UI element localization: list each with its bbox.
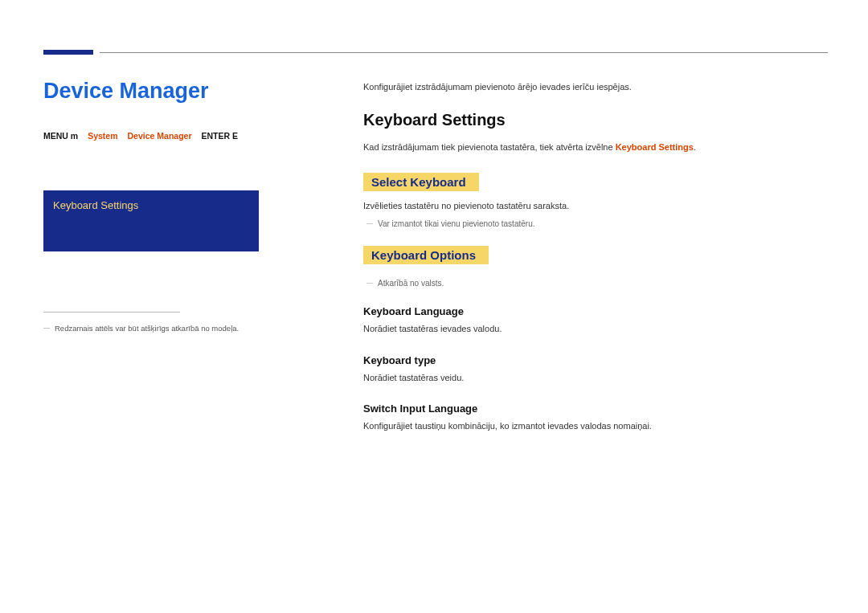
breadcrumb-device-manager: Device Manager [128, 131, 192, 141]
keyboard-language-desc: Norādiet tastatēras ievades valodu. [363, 322, 828, 337]
settings-desc-highlight: Keyboard Settings [616, 142, 694, 152]
intro-text: Konfigurājiet izstrādājumam pievienoto ā… [363, 82, 828, 92]
breadcrumb-menu: MENU m [43, 131, 78, 141]
heading-keyboard-settings: Keyboard Settings [363, 111, 828, 129]
left-column: Device Manager MENU m System Device Mana… [43, 79, 313, 333]
heading-switch-input-language: Switch Input Language [363, 403, 828, 415]
left-separator [43, 312, 180, 313]
right-column: Konfigurājiet izstrādājumam pievienoto ā… [363, 82, 828, 434]
heading-keyboard-language: Keyboard Language [363, 305, 828, 317]
breadcrumb: MENU m System Device Manager ENTER E [43, 131, 313, 141]
select-keyboard-desc: Izvēlieties tastatēru no pievienoto tast… [363, 199, 828, 214]
settings-panel: Keyboard Settings [43, 190, 259, 251]
page-title: Device Manager [43, 79, 313, 104]
heading-keyboard-type: Keyboard type [363, 354, 828, 366]
label-select-keyboard: Select Keyboard [363, 173, 479, 191]
switch-input-language-desc: Konfigurājiet taustiņu kombināciju, ko i… [363, 419, 828, 434]
keyboard-type-desc: Norādiet tastatēras veidu. [363, 371, 828, 386]
panel-item-keyboard-settings: Keyboard Settings [53, 199, 138, 211]
settings-description: Kad izstrādājumam tiek pievienota tastat… [363, 141, 828, 155]
settings-desc-before: Kad izstrādājumam tiek pievienota tastat… [363, 142, 616, 152]
top-accent-bar [43, 50, 93, 55]
label-keyboard-options: Keyboard Options [363, 246, 489, 264]
settings-desc-after: . [694, 142, 696, 152]
select-keyboard-bullet: Var izmantot tikai vienu pievienoto tast… [378, 219, 828, 228]
footnote-text: Redzamais attēls var būt atšķirīgs atkar… [55, 324, 313, 333]
keyboard-options-bullet: Atkarībā no valsts. [378, 279, 828, 288]
breadcrumb-system: System [88, 131, 117, 141]
top-border-line [100, 52, 828, 53]
breadcrumb-enter: ENTER E [202, 131, 239, 141]
